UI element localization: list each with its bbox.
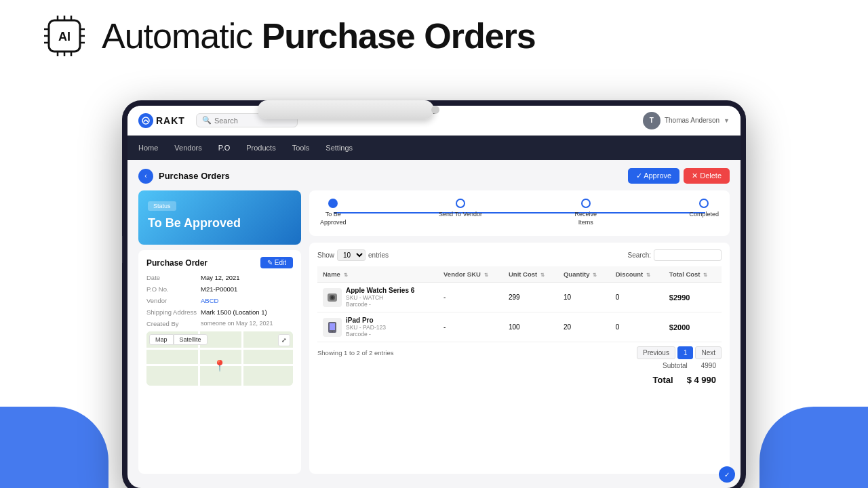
map-tab-satellite[interactable]: Satellite <box>174 334 208 345</box>
username-text: Thomas Anderson <box>665 117 719 124</box>
map-expand-button[interactable]: ⤢ <box>278 334 290 346</box>
edit-button[interactable]: ✎ Edit <box>260 257 293 268</box>
approve-button[interactable]: ✓ Approve <box>628 168 679 184</box>
rakt-logo-icon <box>138 113 153 128</box>
timeline-dot-1 <box>328 199 338 208</box>
nav-vendors[interactable]: Vendors <box>174 140 201 156</box>
col-total-cost[interactable]: Total Cost ⇅ <box>664 266 722 283</box>
table-header-row: Name ⇅ Vendor SKU ⇅ Unit Cost ⇅ Quantity… <box>317 266 722 283</box>
timeline-steps: To BeApproved Send To Vendor ReceiveItem… <box>320 199 719 226</box>
delete-button[interactable]: ✕ Delete <box>684 168 730 184</box>
table-search-input[interactable] <box>654 249 722 261</box>
wave-decoration-right <box>760 407 868 488</box>
cell-name-2: iPad Pro SKU - PAD-123 Barcode - <box>317 312 438 342</box>
map-tabs: Map Satellite <box>149 334 208 345</box>
product-info-1: Apple Watch Series 6 SKU - WATCH Barcode… <box>346 287 414 308</box>
col-unit-cost[interactable]: Unit Cost ⇅ <box>503 266 558 283</box>
col-quantity[interactable]: Quantity ⇅ <box>558 266 610 283</box>
total-value: $ 4 990 <box>687 375 716 385</box>
sort-icon-name: ⇅ <box>344 272 348 277</box>
po-label-created: Created By <box>146 320 201 327</box>
nav-po[interactable]: P.O <box>218 140 231 156</box>
entries-select[interactable]: 10 25 50 <box>337 249 366 261</box>
nav-products[interactable]: Products <box>246 140 275 156</box>
subtotal-label: Subtotal <box>663 362 688 369</box>
cell-qty-1: 10 <box>558 283 610 312</box>
timeline-step-1: To BeApproved <box>320 199 347 226</box>
cell-tcost-1: $2990 <box>664 283 722 312</box>
svg-point-17 <box>331 296 334 299</box>
total-label: Total <box>653 375 673 385</box>
prev-button[interactable]: Previous <box>637 346 675 359</box>
nav-home[interactable]: Home <box>138 140 158 156</box>
back-button[interactable]: ‹ <box>138 169 153 184</box>
product-sku-2: SKU - PAD-123 <box>346 324 386 331</box>
po-value-vendor[interactable]: ABCD <box>201 297 218 304</box>
col-vendor-sku[interactable]: Vendor SKU ⇅ <box>438 266 503 283</box>
hero-title: Automatic Purchase Orders <box>102 16 536 56</box>
cell-qty-2: 20 <box>558 312 610 342</box>
table-footer: Showing 1 to 2 of 2 entries Previous 1 N… <box>317 346 722 359</box>
logo-area: RAKT <box>138 113 185 128</box>
sort-icon-ucost: ⇅ <box>540 272 545 277</box>
product-sku-1: SKU - WATCH <box>346 294 414 301</box>
cell-vsku-2: - <box>438 312 503 342</box>
price-bold-1: $2990 <box>669 293 690 302</box>
back-icon: ‹ <box>144 172 146 180</box>
left-panel: Status To Be Approved Purchase Order ✎ E… <box>138 190 301 474</box>
col-name[interactable]: Name ⇅ <box>317 266 438 283</box>
verified-badge: ✓ <box>719 466 735 483</box>
wave-decoration-left <box>0 407 108 488</box>
avatar: T <box>643 112 660 129</box>
timeline-area: To BeApproved Send To Vendor ReceiveItem… <box>309 190 730 236</box>
cell-vsku-1: - <box>438 283 503 312</box>
nav-settings[interactable]: Settings <box>326 140 353 156</box>
product-thumb-2 <box>323 318 342 337</box>
timeline-dot-2 <box>456 199 465 208</box>
timeline-label-2: Send To Vendor <box>439 211 482 219</box>
po-field-date: Date May 12, 2021 <box>146 274 293 281</box>
po-card-title: Purchase Order <box>146 258 208 268</box>
data-table: Name ⇅ Vendor SKU ⇅ Unit Cost ⇅ Quantity… <box>317 266 722 342</box>
product-barcode-1: Barcode - <box>346 301 414 308</box>
cell-disc-2: 0 <box>610 312 664 342</box>
product-cell-1: Apple Watch Series 6 SKU - WATCH Barcode… <box>323 287 433 308</box>
show-label: Show <box>317 251 334 259</box>
status-label: Status <box>148 201 176 211</box>
table-row: iPad Pro SKU - PAD-123 Barcode - - 100 <box>317 312 722 342</box>
sort-icon-disc: ⇅ <box>646 272 650 277</box>
search-icon: 🔍 <box>202 116 212 125</box>
table-row: Apple Watch Series 6 SKU - WATCH Barcode… <box>317 283 722 312</box>
user-dropdown-icon[interactable]: ▼ <box>724 117 730 124</box>
subtotal-row: Subtotal 4990 <box>317 359 722 372</box>
svg-rect-19 <box>330 323 335 330</box>
timeline-step-2: Send To Vendor <box>439 199 482 226</box>
product-name-1: Apple Watch Series 6 <box>346 287 414 294</box>
main-layout: Status To Be Approved Purchase Order ✎ E… <box>138 190 730 474</box>
timeline-label-4: Completed <box>689 211 719 219</box>
col-discount[interactable]: Discount ⇅ <box>610 266 664 283</box>
sort-icon-qty: ⇅ <box>593 272 597 277</box>
po-label-no: P.O No. <box>146 285 201 293</box>
timeline-label-1: To BeApproved <box>320 211 347 226</box>
svg-point-20 <box>332 331 333 332</box>
action-buttons: ✓ Approve ✕ Delete <box>628 168 730 184</box>
next-button[interactable]: Next <box>695 346 722 359</box>
subtotal-value: 4990 <box>701 362 716 369</box>
map-road <box>241 331 243 386</box>
nav-tools[interactable]: Tools <box>292 140 310 156</box>
po-label-vendor: Vendor <box>146 297 201 304</box>
po-field-no: P.O No. M21-P00001 <box>146 285 293 293</box>
cell-ucost-2: 100 <box>503 312 558 342</box>
po-value-no: M21-P00001 <box>201 285 237 293</box>
sort-icon-tcost: ⇅ <box>703 272 707 277</box>
po-card-header: Purchase Order ✎ Edit <box>146 257 293 268</box>
po-value-created: someone on May 12, 2021 <box>201 320 273 327</box>
map-tab-map[interactable]: Map <box>149 334 174 345</box>
showing-text: Showing 1 to 2 of 2 entries <box>317 349 394 357</box>
page-1-button[interactable]: 1 <box>677 346 694 359</box>
po-field-shipping: Shipping Address Mark 1500 (Location 1) <box>146 308 293 316</box>
svg-point-14 <box>142 117 149 124</box>
tablet-screen: RAKT 🔍 T Thomas Anderson ▼ Home Vendors … <box>127 106 741 488</box>
back-btn-area: ‹ Purchase Orders <box>138 169 230 184</box>
